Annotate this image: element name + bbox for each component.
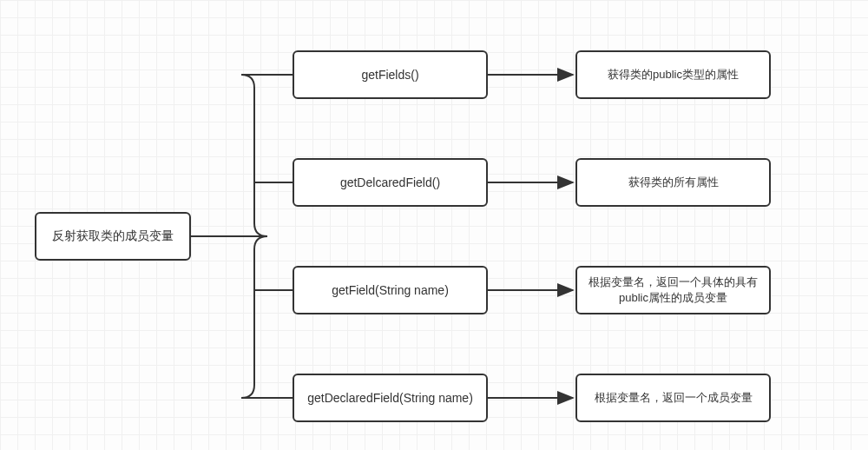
method-node-getdeclaredfield: getDelcaredField(): [293, 158, 488, 207]
method-node-getdeclaredfield-string: getDeclaredField(String name): [293, 374, 488, 422]
method-node-getfield-string: getField(String name): [293, 266, 488, 314]
desc-node-3: 根据变量名，返回一个具体的具有public属性的成员变量: [575, 266, 771, 314]
root-node: 反射获取类的成员变量: [35, 212, 191, 261]
desc-node-2: 获得类的所有属性: [575, 158, 771, 207]
method-label: getDeclaredField(String name): [307, 391, 473, 405]
brace-path: [241, 75, 267, 398]
method-label: getFields(): [361, 68, 418, 82]
desc-label: 根据变量名，返回一个成员变量: [595, 390, 753, 406]
desc-node-1: 获得类的public类型的属性: [575, 50, 771, 99]
desc-node-4: 根据变量名，返回一个成员变量: [575, 374, 771, 422]
root-label: 反射获取类的成员变量: [52, 228, 174, 244]
method-node-getfields: getFields(): [293, 50, 488, 99]
method-label: getField(String name): [332, 283, 449, 297]
desc-label: 获得类的public类型的属性: [608, 67, 739, 83]
method-label: getDelcaredField(): [340, 175, 440, 189]
desc-label: 获得类的所有属性: [628, 175, 719, 190]
desc-label: 根据变量名，返回一个具体的具有public属性的成员变量: [584, 275, 762, 306]
